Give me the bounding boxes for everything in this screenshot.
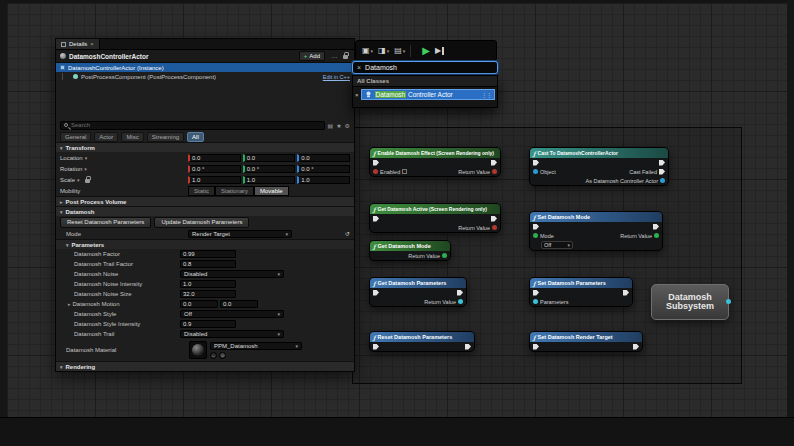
add-component-button[interactable]: + Add bbox=[299, 51, 325, 61]
filter-tab-streaming[interactable]: Streaming bbox=[147, 132, 184, 142]
section-header-post-process-volume[interactable]: ▸ Post Process Volume bbox=[56, 196, 354, 206]
bool-pin[interactable] bbox=[492, 225, 497, 230]
location-z-field[interactable]: 0.0 bbox=[297, 154, 350, 162]
location-y-field[interactable]: 0.0 bbox=[243, 154, 296, 162]
exec-in-pin[interactable] bbox=[533, 290, 539, 296]
enum-pin[interactable] bbox=[442, 253, 447, 258]
panel-options-button[interactable]: ▤ ▾ bbox=[394, 46, 405, 55]
chevron-down-icon[interactable]: ▾ bbox=[84, 166, 87, 172]
exec-in-pin[interactable] bbox=[373, 160, 379, 166]
node-datamosh-subsystem[interactable]: Datamosh Subsystem bbox=[651, 284, 729, 320]
checkbox[interactable] bbox=[402, 169, 407, 174]
details-search-input[interactable]: Search bbox=[60, 121, 325, 130]
lock-icon[interactable] bbox=[343, 55, 348, 59]
bool-pin[interactable] bbox=[492, 169, 497, 174]
play-button[interactable]: ▶ bbox=[422, 46, 430, 56]
material-asset-select[interactable]: PPM_Datamosh ▾ bbox=[210, 342, 302, 350]
blueprint-graph-panel[interactable]: ƒ Enable Datamosh Effect (Screen Renderi… bbox=[352, 127, 742, 384]
mobility-movable-button[interactable]: Movable bbox=[254, 186, 289, 196]
exec-in-pin[interactable] bbox=[533, 160, 539, 166]
node-cast-to-datamoshcontrolleractor[interactable]: ƒ Cast To DatamoshControllerActor Object… bbox=[529, 147, 669, 186]
scale-z-field[interactable]: 1.0 bbox=[297, 176, 350, 184]
node-set-datamosh-parameters[interactable]: ƒ Set Datamosh Parameters Parameters bbox=[529, 277, 633, 307]
exec-out-pin[interactable] bbox=[491, 216, 497, 222]
subsystem-output-pin[interactable] bbox=[726, 299, 731, 304]
class-search-input[interactable]: × Datamosh bbox=[352, 61, 498, 74]
node-set-datamosh-mode[interactable]: ƒ Set Datamosh Mode Mode Return Value bbox=[529, 211, 663, 251]
struct-pin[interactable] bbox=[533, 299, 538, 304]
mobility-static-button[interactable]: Static bbox=[188, 186, 215, 196]
exec-in-pin[interactable] bbox=[533, 344, 539, 350]
component-tree-row-root[interactable]: DatamoshControllerActor (Instance) bbox=[56, 63, 354, 72]
datamosh-noise-select[interactable]: Disabled ▾ bbox=[180, 270, 284, 278]
exec-out-pin[interactable] bbox=[623, 290, 629, 296]
filter-tab-all[interactable]: All bbox=[187, 132, 204, 142]
chevron-right-icon[interactable]: ▸ bbox=[68, 301, 71, 307]
mobility-stationary-button[interactable]: Stationary bbox=[215, 186, 254, 196]
exec-out-pin[interactable] bbox=[633, 344, 639, 350]
section-header-parameters[interactable]: ▾ Parameters bbox=[56, 239, 354, 249]
node-enable-datamosh-effect[interactable]: ƒ Enable Datamosh Effect (Screen Renderi… bbox=[369, 147, 501, 177]
object-pin[interactable] bbox=[660, 178, 665, 183]
component-tree-row-postprocess[interactable]: PostProcessComponent (PostProcessCompone… bbox=[56, 72, 354, 81]
rotation-z-field[interactable]: 0.0 ° bbox=[297, 165, 350, 173]
enum-pin[interactable] bbox=[654, 233, 659, 238]
exec-in-pin[interactable] bbox=[373, 344, 379, 350]
datamosh-trail-factor-field[interactable]: 0.8 bbox=[180, 260, 236, 268]
datamosh-style-select[interactable]: Off ▾ bbox=[180, 310, 284, 318]
object-pin[interactable] bbox=[533, 169, 538, 174]
update-datamosh-parameters-button[interactable]: Update Datamosh Parameters bbox=[154, 217, 249, 228]
datamosh-trail-select[interactable]: Disabled ▾ bbox=[180, 330, 284, 338]
close-tab-icon[interactable]: × bbox=[90, 41, 94, 47]
node-reset-datamosh-parameters[interactable]: ƒ Reset Datamosh Parameters bbox=[369, 331, 475, 352]
datamosh-motion-y-field[interactable]: 0.0 bbox=[220, 300, 258, 308]
section-header-datamosh[interactable]: ▾ Datamosh bbox=[56, 206, 354, 216]
exec-out-pin[interactable] bbox=[653, 224, 659, 230]
section-header-transform[interactable]: ▾ Transform bbox=[56, 142, 354, 152]
result-item-datamosh-controller-actor[interactable]: Datamosh Controller Actor ⋮⋮ bbox=[361, 89, 495, 100]
edit-in-cpp-link[interactable]: Edit in C++ bbox=[323, 74, 350, 80]
settings-gear-icon[interactable]: ⚙ bbox=[345, 122, 350, 129]
details-tab[interactable]: Details × bbox=[56, 39, 100, 49]
scale-x-field[interactable]: 1.0 bbox=[188, 176, 241, 184]
exec-in-pin[interactable] bbox=[373, 290, 379, 296]
viewport-options-button[interactable]: ▣ ▾ bbox=[362, 46, 373, 55]
view-options-icon[interactable]: ▤ bbox=[328, 122, 334, 129]
section-header-rendering[interactable]: ▾ Rendering bbox=[56, 361, 354, 371]
node-get-datamosh-mode[interactable]: ƒ Get Datamosh Mode Return Value bbox=[369, 240, 451, 261]
mode-dropdown[interactable]: Off ▾ bbox=[541, 241, 573, 249]
datamosh-noise-size-field[interactable]: 32.0 bbox=[180, 290, 236, 298]
exec-in-pin[interactable] bbox=[373, 216, 379, 222]
exec-out-pin[interactable] bbox=[659, 160, 665, 166]
mode-select[interactable]: Render Target ▾ bbox=[188, 230, 292, 238]
reset-datamosh-parameters-button[interactable]: Reset Datamosh Parameters bbox=[60, 217, 151, 228]
reset-to-default-icon[interactable]: ↺ bbox=[345, 230, 350, 237]
material-thumbnail[interactable] bbox=[189, 341, 207, 359]
use-selected-asset-icon[interactable]: ← bbox=[210, 352, 217, 359]
datamosh-noise-intensity-field[interactable]: 1.0 bbox=[180, 280, 236, 288]
datamosh-motion-x-field[interactable]: 0.0 bbox=[180, 300, 218, 308]
drag-grip-icon[interactable]: ⋮⋮ bbox=[481, 91, 491, 98]
frame-skip-button[interactable]: ▶ bbox=[435, 46, 444, 55]
chevron-down-icon[interactable]: ▾ bbox=[77, 177, 80, 183]
datamosh-style-intensity-field[interactable]: 0.9 bbox=[180, 320, 236, 328]
exec-in-pin[interactable] bbox=[533, 224, 539, 230]
scale-y-field[interactable]: 1.0 bbox=[243, 176, 296, 184]
chevron-down-icon[interactable]: ▾ bbox=[85, 155, 88, 161]
enum-pin[interactable] bbox=[533, 233, 538, 238]
layout-options-button[interactable]: ◨ ▾ bbox=[378, 46, 389, 55]
exec-out-pin[interactable] bbox=[457, 290, 463, 296]
rotation-y-field[interactable]: 0.0 ° bbox=[243, 165, 296, 173]
node-get-datamosh-parameters[interactable]: ƒ Get Datamosh Parameters Return Value bbox=[369, 277, 467, 307]
filter-tab-misc[interactable]: Misc bbox=[121, 132, 143, 142]
filter-tab-general[interactable]: General bbox=[60, 132, 91, 142]
browse-to-asset-icon[interactable]: ⊙ bbox=[219, 352, 226, 359]
more-options-icon[interactable]: ⋯ bbox=[331, 53, 337, 60]
node-get-datamosh-active[interactable]: ƒ Get Datamosh Active (Screen Rendering … bbox=[369, 203, 501, 233]
filter-tab-actor[interactable]: Actor bbox=[94, 132, 118, 142]
cast-failed-exec-pin[interactable] bbox=[659, 169, 665, 175]
location-x-field[interactable]: 0.0 bbox=[188, 154, 241, 162]
struct-pin[interactable] bbox=[458, 299, 463, 304]
datamosh-factor-field[interactable]: 0.99 bbox=[180, 250, 236, 258]
favorites-star-icon[interactable]: ★ bbox=[336, 122, 341, 129]
